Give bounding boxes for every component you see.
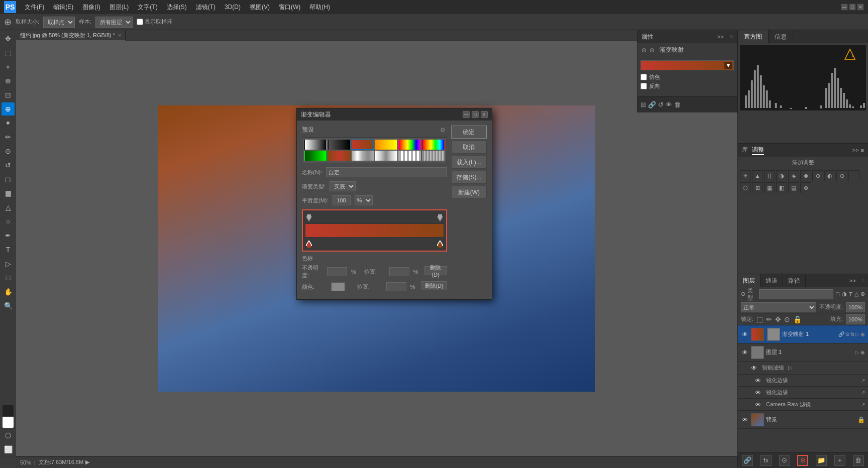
layer-gradient-map[interactable]: 👁 渐变映射 1 🔗 ⊙ fx ▷ ◉ [738,325,868,343]
restore-button[interactable]: □ [849,4,856,11]
menu-edit[interactable]: 编辑(E) [50,2,77,13]
layer-sharpen2[interactable]: 👁 锐化边缘 ↗ [738,387,868,399]
layers-tab[interactable]: 图层 [738,274,761,287]
color-stop-left[interactable] [306,241,312,248]
layer-mask-btn[interactable]: ⊙ [779,455,790,466]
text-tool[interactable]: T [2,243,15,256]
zoom-tool[interactable]: 🔍 [2,299,15,312]
vibrance-adjust[interactable]: ◈ [788,170,799,181]
reverse-checkbox[interactable] [640,83,647,89]
exposure-adjust[interactable]: ◑ [776,170,787,181]
dialog-restore[interactable]: □ [472,111,479,118]
gradient-editor-dialog[interactable]: 渐变编辑器 — □ × 预设 ⚙ [296,108,492,300]
marquee-tool[interactable]: ⬚ [2,46,15,59]
preset-green[interactable] [304,151,327,161]
preset-red[interactable] [352,140,374,150]
smoothness-unit-select[interactable]: % [355,195,373,205]
info-tab[interactable]: 信息 [769,30,793,43]
opacity-position-value[interactable] [389,267,409,276]
sharpen1-more[interactable]: ↗ [861,378,865,383]
menu-select[interactable]: 选择(S) [163,2,190,13]
bw-adjust[interactable]: ◐ [824,170,835,181]
layer-search-input[interactable] [759,289,833,299]
background-color[interactable] [3,417,14,428]
preset-rainbow[interactable] [422,140,445,150]
link-layers-btn[interactable]: 🔗 [742,455,753,466]
crop-tool[interactable]: ⊡ [2,88,15,101]
hsb-adjust[interactable]: ⊗ [800,170,811,181]
layer-eye-gradient[interactable]: 👁 [741,330,749,338]
menu-filter[interactable]: 滤镜(T) [192,2,219,13]
paths-tab[interactable]: 路径 [783,274,806,287]
threshold-adjust[interactable]: ◧ [776,182,787,193]
layer-1[interactable]: 👁 图层 1 ▷ ◉ [738,343,868,362]
gradientmap-adjust[interactable]: ▤ [788,182,799,193]
text-filter-icon[interactable]: T [849,291,852,297]
properties-gradient-bar[interactable]: ▼ [640,60,734,70]
quick-mask-tool[interactable]: ⬡ [2,429,15,442]
sample-from-select[interactable]: 所有图层 [95,17,133,28]
adjustments-tab[interactable]: 调整 [752,146,764,155]
trash-prop-icon[interactable]: 🗑 [674,101,681,108]
visibility-icon[interactable]: 👁 [666,101,672,108]
eraser-tool[interactable]: ◻ [2,173,15,186]
dialog-minimize[interactable]: — [463,111,470,118]
lock-position-icon[interactable]: ✥ [775,315,781,323]
channelmixer-adjust[interactable]: ≡ [848,170,859,181]
library-tab[interactable]: 库 [742,146,748,155]
pixel-filter-icon[interactable]: ◻ [835,291,840,297]
lock-transparent-icon[interactable]: ⬚ [756,315,763,323]
dodge-tool[interactable]: ○ [2,215,15,228]
preset-violet[interactable] [398,140,421,150]
cameraraw-eye[interactable]: 👁 [754,401,762,409]
gradient-tool[interactable]: ▦ [2,187,15,200]
menu-text[interactable]: 文字(T) [134,2,161,13]
quick-select-tool[interactable]: ⊛ [2,74,15,87]
shape-tool[interactable]: □ [2,271,15,284]
foreground-color[interactable] [3,405,14,416]
properties-expand[interactable]: >> [717,34,724,40]
preset-bw[interactable] [304,140,327,150]
layer-expand-icon[interactable]: ▷ [855,331,859,337]
gradient-dropdown-arrow[interactable]: ▼ [724,62,732,69]
layer-background[interactable]: 👁 背景 🔒 [738,411,868,429]
adjustment-layer-btn[interactable]: ⊕ [797,455,808,466]
layer-sharpen1[interactable]: 👁 锐化边缘 ↗ [738,375,868,387]
layer1-expand[interactable]: ▷ [855,349,859,355]
cancel-button[interactable]: 取消 [451,141,487,154]
hand-tool[interactable]: ✋ [2,285,15,298]
properties-menu[interactable]: ≡ [730,34,733,40]
layer-visibility-toggle[interactable]: ◉ [860,331,865,337]
layers-menu-icon[interactable]: ≡ [859,274,868,287]
presets-settings-icon[interactable]: ⚙ [439,126,447,134]
smart-filter-triangle[interactable]: ▷ [788,365,792,371]
lock-artboard-icon[interactable]: ⊙ [784,315,790,323]
menu-adjust-icon[interactable]: ≡ [861,147,864,153]
sharpen2-eye[interactable]: 👁 [754,389,762,397]
minimize-button[interactable]: — [841,4,848,11]
colorbalance-adjust[interactable]: ⊕ [812,170,823,181]
color-position-value[interactable] [386,282,406,291]
next-state-icon[interactable]: 🔗 [648,101,656,108]
document-tab[interactable]: 纽约.jpg @ 50% (新变映射 1, RGB/8) * × [16,30,126,41]
layers-expand-icon[interactable]: >> [846,274,859,287]
shape-filter-icon[interactable]: △ [854,291,858,297]
menu-image[interactable]: 图像(I) [79,2,103,13]
preset-brown[interactable] [328,151,351,161]
opacity-blend-input[interactable] [846,302,865,312]
menu-view[interactable]: 视图(V) [246,2,273,13]
color-stop-right[interactable] [437,241,443,248]
expand-adjust-icon[interactable]: >> [852,147,859,153]
path-select-tool[interactable]: ▷ [2,257,15,270]
blend-mode-select[interactable]: 正常 [741,302,816,312]
ok-button[interactable]: 确定 [451,126,487,139]
opacity-stop-value[interactable] [327,267,347,276]
menu-file[interactable]: 文件(F) [21,2,48,13]
layer1-vis[interactable]: ◉ [860,349,865,355]
menu-window[interactable]: 窗口(W) [275,2,304,13]
sample-size-select[interactable]: 取样点 [43,17,75,28]
lasso-tool[interactable]: ⌖ [2,60,15,73]
preset-stripe2[interactable] [422,151,445,161]
preset-oy[interactable] [375,140,397,150]
channels-tab[interactable]: 通道 [761,274,783,287]
